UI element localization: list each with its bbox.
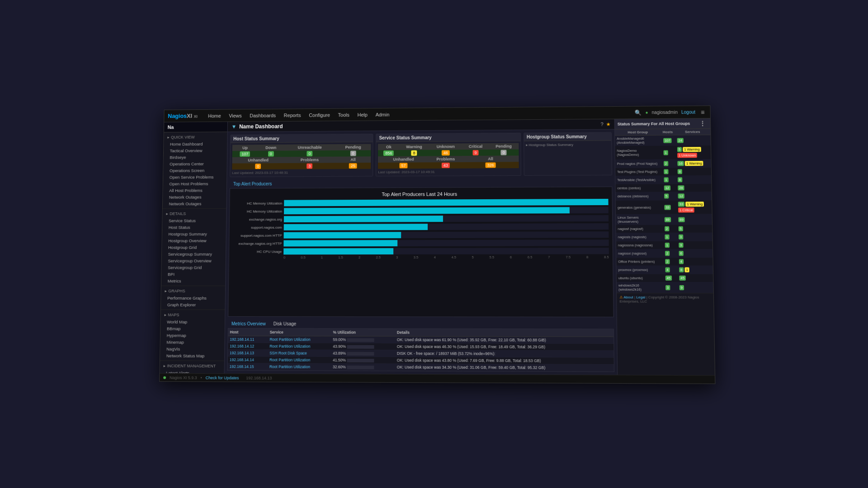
service-status-panel: Service Status Summary Ok Warning Unknow… xyxy=(376,133,521,177)
metrics-service[interactable]: Root Partition Utilization xyxy=(269,357,310,362)
svc-crit-count[interactable]: 9 xyxy=(473,150,479,155)
nav-home[interactable]: Home xyxy=(204,112,224,120)
host-down-count[interactable]: 0 xyxy=(268,151,274,157)
sidebar-item-ops-screen[interactable]: Operations Screen xyxy=(163,167,227,174)
sidebar-item-svcgroup-overview[interactable]: Servicegroup Overview xyxy=(162,258,226,264)
metrics-row: 192.168.14.15Root Partition Utilization3… xyxy=(228,363,614,371)
sidebar-item-hostgroup-grid[interactable]: Hostgroup Grid xyxy=(162,244,226,251)
hostgroup-row: Office Printers (printers)24 xyxy=(616,258,713,266)
sidebar-section-quick-view[interactable]: ▸ Quick View xyxy=(164,133,227,141)
metrics-host[interactable]: 192.168.14.11 xyxy=(228,336,268,343)
svc-unknown-count[interactable]: 46 xyxy=(442,150,450,155)
metrics-panel: Host Service % Utilization Details 192.1… xyxy=(227,328,614,372)
nav-dashboards[interactable]: Dashboards xyxy=(246,111,279,119)
sidebar-item-host-status[interactable]: Host Status xyxy=(162,224,226,230)
legal-link[interactable]: Legal xyxy=(636,295,645,299)
host-unreachable-count[interactable]: 0 xyxy=(307,151,313,156)
logout-link[interactable]: Logout xyxy=(681,110,695,115)
sidebar-section-graphs[interactable]: ▸ Graphs xyxy=(161,287,226,295)
disk-usage-label: Disk Usage xyxy=(274,321,297,326)
help-icon[interactable]: ? xyxy=(600,122,603,127)
sidebar-item-tactical[interactable]: Tactical Overview xyxy=(164,147,227,154)
check-updates-link[interactable]: Check for Updates xyxy=(206,375,239,380)
sidebar-item-svcgroup-grid[interactable]: Servicegroup Grid xyxy=(161,264,225,271)
nav-help[interactable]: Help xyxy=(354,111,371,119)
host-pending-count[interactable]: 0 xyxy=(350,151,356,156)
hostgroup-row: nagiosxi (nagiosxi)26 xyxy=(616,249,712,258)
bar-fill xyxy=(283,232,401,238)
metrics-service[interactable]: Root Partition Utilization xyxy=(269,337,310,342)
sidebar-item-nagvis[interactable]: NagVis xyxy=(160,346,224,352)
sidebar-item-hostgroup-summary[interactable]: Hostgroup Summary xyxy=(162,230,226,237)
sidebar-item-open-host[interactable]: Open Host Problems xyxy=(163,180,227,187)
sidebar-details: ▸ Details Service Status Host Status Hos… xyxy=(161,209,226,286)
host-unhandled-count[interactable]: 0 xyxy=(255,164,261,169)
sidebar-item-svcgroup-summary[interactable]: Servicegroup Summary xyxy=(162,251,226,258)
svc-pending-count[interactable]: 0 xyxy=(501,150,507,155)
sidebar-item-service-status[interactable]: Service Status xyxy=(162,217,226,224)
sidebar-item-minemap[interactable]: Minemap xyxy=(160,339,225,346)
sidebar-item-ops-center[interactable]: Operations Center xyxy=(163,160,226,167)
metrics-service[interactable]: SSH Root Disk Space xyxy=(269,351,307,355)
about-link[interactable]: About xyxy=(623,295,633,299)
hostgroup-name: Linux Servers (linuxservers) xyxy=(616,214,662,225)
metrics-host[interactable]: 192.168.14.14 xyxy=(228,357,268,363)
sidebar-item-hypermap[interactable]: Hypermap xyxy=(160,332,225,339)
sidebar-item-perf-graphs[interactable]: Performance Graphs xyxy=(161,295,225,301)
sidebar-item-open-svc[interactable]: Open Service Problems xyxy=(163,174,227,180)
metrics-service[interactable]: Root Partition Utilization xyxy=(269,364,310,369)
panel-menu-icon[interactable]: ⋮ xyxy=(698,120,708,127)
nav-views[interactable]: Views xyxy=(225,112,245,120)
star-icon[interactable]: ★ xyxy=(606,121,611,127)
host-problems-count[interactable]: 3 xyxy=(307,164,312,169)
host-all-count[interactable]: 25 xyxy=(349,163,357,169)
sidebar-item-birdseye[interactable]: Birdseye xyxy=(164,154,227,160)
nav-tools[interactable]: Tools xyxy=(335,111,353,119)
bar-track xyxy=(284,199,609,206)
hostgroup-name: nagiosls (nagiosls) xyxy=(616,233,663,241)
nav-admin[interactable]: Admin xyxy=(372,110,393,118)
sidebar-section-details[interactable]: ▸ Details xyxy=(163,210,226,217)
top-alert-link[interactable]: Top Alert Producers xyxy=(231,180,274,187)
dashboard-title: Name Dashboard xyxy=(239,123,283,130)
sidebar-incident: ▸ Incident Management Latest Alerts Ackn… xyxy=(160,361,224,374)
sidebar-item-network-outages[interactable]: Network Outages xyxy=(163,200,226,207)
chart-title: Top Alert Producers Last 24 Hours xyxy=(233,191,608,197)
sidebar-item-hostgroup-overview[interactable]: Hostgroup Overview xyxy=(162,237,226,244)
sidebar-section-maps[interactable]: ▸ Maps xyxy=(161,311,225,319)
metrics-host[interactable]: 192.168.14.15 xyxy=(228,363,268,370)
svc-warn-count[interactable]: 8 xyxy=(411,150,417,156)
metrics-service[interactable]: Root Partition Utilization xyxy=(269,344,310,348)
menu-icon[interactable]: ≡ xyxy=(699,108,707,116)
search-button[interactable]: 🔍 xyxy=(635,109,642,116)
host-up-count[interactable]: 107 xyxy=(240,151,250,157)
sidebar-item-network-status-map[interactable]: Network Status Map xyxy=(160,352,224,359)
sidebar-item-bpi[interactable]: BPI xyxy=(161,271,225,277)
sidebar-item-graph-explorer[interactable]: Graph Explorer xyxy=(161,301,225,308)
sidebar-item-bbmap[interactable]: BBmap xyxy=(160,325,225,332)
hostgroup-name: Prod nagios (Prod Nagios) xyxy=(615,160,661,168)
nav-configure[interactable]: Configure xyxy=(305,111,334,119)
sidebar: Na ▸ Quick View Home Dashboard Tactical … xyxy=(160,122,228,373)
svc-unhandled-count[interactable]: 57 xyxy=(400,163,408,169)
sidebar-item-all-svc[interactable]: All Host Problems xyxy=(163,187,226,194)
metrics-table: Host Service % Utilization Details 192.1… xyxy=(228,328,614,371)
sidebar-item-metrics[interactable]: Metrics xyxy=(161,277,226,284)
hostgroup-name: centos (centos) xyxy=(615,184,661,192)
nav-reports[interactable]: Reports xyxy=(280,111,305,119)
main-area: Na ▸ Quick View Home Dashboard Tactical … xyxy=(160,118,715,375)
sidebar-item-home-dashboard[interactable]: Home Dashboard xyxy=(164,141,227,148)
bar-track xyxy=(284,207,609,214)
svc-ok-count[interactable]: 856 xyxy=(383,150,394,156)
metrics-link[interactable]: Metrics Overview xyxy=(229,320,269,327)
metrics-host[interactable]: 192.168.14.12 xyxy=(228,343,268,349)
metrics-host[interactable]: 192.168.14.13 xyxy=(228,350,268,357)
hg-col-group: Host Group xyxy=(615,129,661,136)
svc-problems-count[interactable]: 43 xyxy=(442,163,450,168)
sidebar-graphs: ▸ Graphs Performance Graphs Graph Explor… xyxy=(161,286,225,310)
sidebar-section-incident[interactable]: ▸ Incident Management xyxy=(160,362,224,370)
svc-all-count[interactable]: 326 xyxy=(486,162,496,168)
sidebar-item-all-host[interactable]: Network Outages xyxy=(163,193,226,200)
chart-bar-row: exchange.nagios.org xyxy=(233,215,609,222)
sidebar-item-world-map[interactable]: World Map xyxy=(160,319,225,325)
